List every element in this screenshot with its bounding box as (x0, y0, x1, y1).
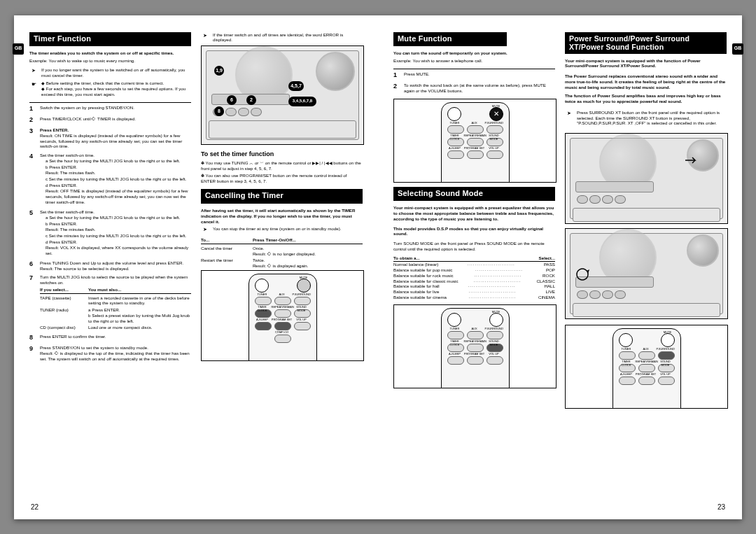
cancel-intro: After having set the timer, it will star… (201, 208, 363, 224)
col-timer-steps: Timer Function The timer enables you to … (29, 32, 191, 497)
th-must-also: You must also... (88, 287, 191, 293)
arrow-icon (201, 226, 209, 233)
lbl-tuner: TUNER (255, 293, 270, 296)
sel-cd: CD (compact disc) (40, 325, 88, 330)
remote-diagram-timer: MUTE TUNER AUX P.SURROUND TIMER CLOCK RE… (201, 270, 364, 361)
mute-intro: You can turn the sound off temporarily o… (393, 50, 555, 56)
mute-example: Example: You wish to answer a telephone … (393, 58, 555, 64)
step-num-5: 5 (29, 209, 36, 257)
lbl-asleep: A-SLEEP (255, 318, 270, 321)
sound-mode-model: This model provides D.S.P modes so that … (393, 226, 555, 237)
step-num-9: 9 (29, 345, 36, 361)
sm-rock-l: Balance suitable for rock music (393, 273, 454, 279)
sound-mode-intro: Your mini-compact system is equipped wit… (393, 205, 555, 221)
sm-pop: POP (546, 267, 555, 273)
cancel-note: You can stop the timer at any time (syst… (213, 226, 363, 233)
step-num-4: 4 (29, 153, 36, 206)
ps-paragraph-2: The function of Power Sound amplifies ba… (565, 93, 727, 104)
page-22: GB Timer Function The timer enables you … (14, 15, 378, 519)
lbl-programset: PROGRAM SET (272, 318, 293, 321)
heading-cancelling-timer: Cancelling the Timer (201, 189, 363, 204)
sel-tape: TAPE (cassette) (40, 295, 88, 301)
lbl-aux: AUX (274, 293, 290, 296)
timer-error-note: If the timer switch on and off times are… (213, 32, 363, 43)
heading-selecting-sound-mode: Selecting Sound Mode (393, 187, 555, 202)
hand-icon (29, 80, 38, 97)
device-diagram-psurround (565, 133, 728, 224)
lbl-psurround: P.SURROUND (293, 293, 311, 296)
device-diagram-timer: 1,9 8 6 2 4,5,7 3,4,5,6,7,8 (201, 45, 364, 145)
sm-classic-l: Balance suitable for classic music (393, 279, 458, 284)
arrow-icon (29, 67, 38, 78)
step-num-2: 2 (29, 116, 36, 124)
arrow-icon (201, 32, 209, 43)
step-num-6: 6 (29, 260, 36, 272)
sel-cd-act: Load one or more compact discs. (88, 325, 191, 330)
col-timer-diagram: If the timer switch on and off times are… (201, 32, 363, 497)
mute-step-1-num: 1 (393, 71, 400, 79)
th-press: Press Timer-On/Off... (253, 237, 363, 243)
callout-457: 4,5,7 (288, 81, 304, 91)
step-4: Set the timer switch-on time. a Set the … (40, 153, 191, 206)
heading-mute-function: Mute Function (393, 32, 507, 47)
sm-hall: HALL (545, 283, 555, 289)
callout-345678: 3,4,5,6,7,8 (288, 97, 316, 106)
step-8: Press ENTER to confirm the timer. (40, 334, 191, 342)
timer-note-cancel: If you no longer want the system to be s… (41, 67, 191, 78)
callout-8: 8 (214, 106, 224, 116)
heading-timer-function: Timer Function (29, 32, 191, 47)
callout-2: 2 (246, 95, 256, 105)
sm-pop-l: Balance suitable for pop music (393, 267, 452, 273)
sel-tuner: TUNER (radio) (40, 307, 88, 313)
th-if-select: If you select... (40, 287, 88, 293)
language-badge: GB (732, 43, 743, 55)
sm-cinema: CINEMA (538, 295, 555, 300)
device-diagram-soundmode (565, 228, 728, 319)
th-to: To... (201, 237, 253, 243)
step-num-3: 3 (29, 127, 36, 149)
step-9: Press STANDBY/ON to set the system to st… (40, 345, 191, 361)
th-select: Select... (491, 255, 555, 261)
th-obtain: To obtain a... (393, 255, 491, 261)
step-6: Press TUNING Down and Up to adjust the v… (40, 260, 191, 272)
sm-linear: Normal balance (linear) (393, 262, 438, 267)
subhead-set-timer: To set the timer function (201, 150, 363, 158)
lbl-repeat: REPEAT/REMAIN (272, 305, 293, 309)
sm-cinema-l: Balance suitable for cinema (393, 295, 447, 300)
language-badge: GB (13, 43, 24, 55)
sm-pass: PASS (544, 262, 555, 267)
step-1: Switch the system on by pressing STANDBY… (40, 105, 191, 113)
manual-spread: GB Timer Function The timer enables you … (14, 15, 742, 519)
tip-tuning: You may use TUNING ︿ or ﹀ on the remote … (201, 160, 361, 171)
note-check-time: Before setting the timer, check that the… (46, 80, 164, 85)
sel-tape-act: Insert a recorded cassette in one of the… (88, 295, 191, 307)
remote-diagram-psurround: MUTE TUNER AUX P.SURROUND TIMER CLOCK RE… (565, 325, 728, 409)
mute-step-1: Press MUTE. (404, 71, 555, 79)
page-number-22: 22 (31, 503, 38, 512)
lbl-timerclock: TIMER CLOCK (253, 305, 272, 312)
step-num-1: 1 (29, 105, 36, 113)
mute-step-2: To switch the sound back on (at the same… (404, 83, 555, 94)
mute-step-2-num: 2 (393, 83, 400, 94)
callout-6: 6 (227, 95, 237, 105)
sound-mode-turn: Turn SOUND MODE on the front panel or Pr… (393, 241, 555, 252)
sm-live: LIVE (546, 289, 555, 295)
step-2: Press TIMER/CLOCK until ⏲ TIMER is displ… (40, 116, 191, 124)
arrow-icon (565, 110, 573, 126)
step-3: Press ENTER.Result: ON TIME is displayed… (40, 127, 191, 149)
sm-rock: ROCK (542, 273, 555, 279)
row-restart-act: Twice.Result: ⏲ is displayed again. (253, 258, 363, 269)
callout-1-9: 1,9 (214, 66, 224, 76)
lbl-compcd: COMP-CD (273, 330, 291, 334)
timer-note-checks: ◆ Before setting the timer, check that t… (41, 80, 191, 97)
sel-tuner-act: a Press ENTER.b Select a preset station … (88, 307, 191, 323)
remote-diagram-mute: MUTE ✕ TUNER AUX P.SURROUND TIMER CLOCK … (393, 99, 556, 183)
sm-classic: CLASSIC (537, 279, 555, 284)
sm-hall-l: Balance suitable for hall (393, 283, 440, 289)
ps-paragraph-1: The Power Surround replaces conventional… (565, 73, 727, 90)
ps-intro: Your mini-compact system is equipped wit… (565, 58, 727, 69)
row-cancel: Cancel the timer (201, 246, 253, 251)
step-num-8: 8 (29, 334, 36, 342)
row-restart: Restart the timer (201, 258, 253, 263)
col-mute-soundmode: Mute Function You can turn the sound off… (393, 32, 555, 497)
